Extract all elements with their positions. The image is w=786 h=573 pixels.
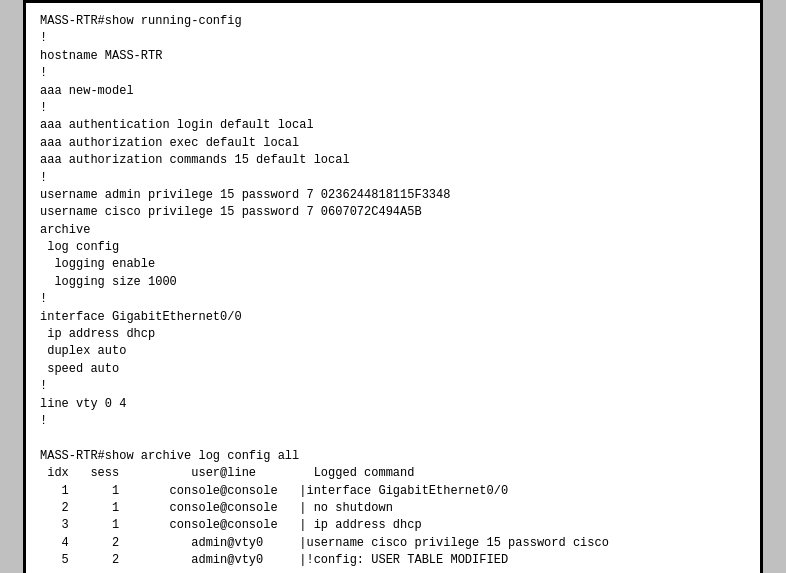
terminal-window: MASS-RTR#show running-config ! hostname … <box>23 0 763 573</box>
terminal-content: MASS-RTR#show running-config ! hostname … <box>40 13 746 570</box>
